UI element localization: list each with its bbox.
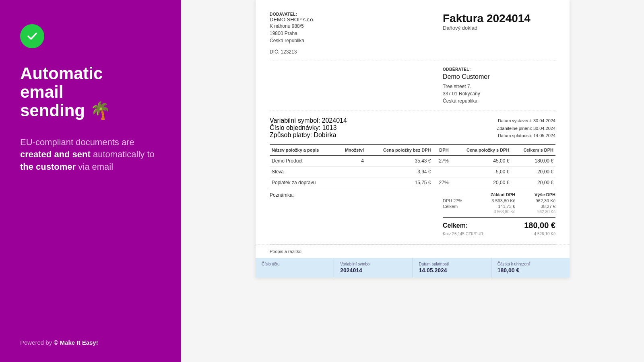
totals-celkem-row: Celkem 141,73 € 38,27 € xyxy=(443,204,555,209)
dph-label: DPH 27% xyxy=(443,198,475,203)
totals-block: Základ DPH Výše DPH DPH 27% 3 563,80 Kč … xyxy=(443,188,555,236)
table-body: Demo Product 4 35,43 € 27% 45,00 € 180,0… xyxy=(270,156,555,188)
kurz-value: 4 526,10 Kč xyxy=(534,232,555,236)
title-line1: Automatic xyxy=(20,64,103,83)
powered-by-brand: © Make It Easy! xyxy=(54,339,98,346)
table-row: Sleva -3,94 € -5,00 € -20,00 € xyxy=(270,167,555,177)
supplier-label: DODAVATEL: xyxy=(270,12,443,16)
col-price-no-vat: Cena položky bez DPH xyxy=(366,145,433,156)
header-zaklad: Základ DPH xyxy=(479,192,515,197)
table-row: Demo Product 4 35,43 € 27% 45,00 € 180,0… xyxy=(270,156,555,167)
recipient-block: ODBĚRATEL: Demo Customer Tree street 7. … xyxy=(443,67,555,105)
zpusob-platby-text: Způsob platby: Dobírka xyxy=(270,132,347,139)
footer-cislo-uctu-label: Číslo účtu xyxy=(262,262,328,266)
zdanitelne-plneni: Zdanitelné plnění: 30.04.2024 xyxy=(443,125,555,132)
signature-section: Podpis a razítko: xyxy=(256,245,570,258)
right-panel: DODAVATEL: DEMO SHOP s.r.o. K náhonu 988… xyxy=(181,0,644,362)
celkem-total-label: Celkem: xyxy=(443,222,468,229)
datum-splatnosti-invoice: Datum splatnosti: 14.05.2024 xyxy=(443,132,555,140)
powered-by: Powered by © Make It Easy! xyxy=(20,339,98,346)
col-name: Název položky a popis xyxy=(270,145,336,156)
footer-castka-value: 180,00 € xyxy=(497,267,564,274)
celkem-czk-zaklad: 3 563,80 Kč xyxy=(479,210,515,214)
totals-czk-row: 3 563,80 Kč 962,30 Kč xyxy=(443,210,555,214)
dates-block: Datum vystavení: 30.04.2024 Zdanitelné p… xyxy=(443,117,555,140)
col-vat: DPH xyxy=(433,145,451,156)
description-text: EU-compliant documents are created and s… xyxy=(20,136,161,173)
podpis-label: Podpis a razítko: xyxy=(270,249,303,254)
supplier-address2: 19800 Praha xyxy=(270,30,443,37)
totals-dph-row: DPH 27% 3 563,80 Kč 962,30 Kč xyxy=(443,198,555,203)
title-line2: email xyxy=(20,82,63,101)
check-icon xyxy=(26,30,38,42)
left-panel: Automatic email sending 🌴 EU-compliant d… xyxy=(0,0,181,362)
datum-vystaveni: Datum vystavení: 30.04.2024 xyxy=(443,117,555,125)
invoice-title-block: Faktura 2024014 Daňový doklad xyxy=(443,12,555,31)
poznamka-label: Poznámka: xyxy=(270,192,443,198)
separator1 xyxy=(270,61,555,61)
title-line3: sending xyxy=(20,101,85,120)
supplier-dic: DIČ: 123213 xyxy=(270,49,443,55)
footer-castka-label: Částka k uhrazení xyxy=(497,262,564,266)
celkem-czk-vyse: 962,30 Kč xyxy=(519,210,555,214)
celkem-sub-label: Celkem xyxy=(443,204,475,209)
supplier-name: DEMO SHOP s.r.o. xyxy=(270,16,443,23)
table-row: Poplatek za dopravu 15,75 € 27% 20,00 € … xyxy=(270,177,555,188)
footer-variabilni: Variabilní symbol 2024014 xyxy=(334,258,413,278)
footer-cislo-uctu: Číslo účtu xyxy=(256,258,334,278)
celkem-vyse: 38,27 € xyxy=(519,204,555,209)
main-title: Automatic email sending 🌴 xyxy=(20,64,161,120)
doc-type: Daňový doklad xyxy=(443,25,555,31)
recipient-name: Demo Customer xyxy=(443,73,555,80)
invoice-body: DODAVATEL: DEMO SHOP s.r.o. K náhonu 988… xyxy=(256,0,570,244)
supplier-address3: Česká republika xyxy=(270,37,443,44)
footer-splatnost: Datum splatnosti 14.05.2024 xyxy=(413,258,491,278)
supplier-address1: K náhonu 988/5 xyxy=(270,23,443,30)
invoice: DODAVATEL: DEMO SHOP s.r.o. K náhonu 988… xyxy=(256,0,570,278)
recipient-label: ODBĚRATEL: xyxy=(443,67,555,72)
kurz-row: Kurz 25,145 CZK/EUR: 4 526,10 Kč xyxy=(443,232,555,236)
footer-splatnost-label: Datum splatnosti xyxy=(419,262,485,266)
footer-variabilni-value: 2024014 xyxy=(340,267,406,274)
check-icon-circle xyxy=(20,24,44,48)
col-total: Celkem s DPH xyxy=(511,145,555,156)
col-price-vat: Cena položky s DPH xyxy=(451,145,512,156)
variabilni-symbol-text: Variabilní symbol: 2024014 xyxy=(270,117,347,124)
dph-vyse: 962,30 Kč xyxy=(519,198,555,203)
order-details-block: Variabilní symbol: 2024014 Číslo objedná… xyxy=(270,117,347,139)
recipient-address1: Tree street 7. xyxy=(443,83,555,90)
invoice-header-row: DODAVATEL: DEMO SHOP s.r.o. K náhonu 988… xyxy=(270,12,555,55)
recipient-address3: Česká republika xyxy=(443,97,555,105)
invoice-bottom: Poznámka: Základ DPH Výše DPH DPH 27% 3 … xyxy=(270,188,555,244)
invoice-title: Faktura 2024014 xyxy=(443,12,555,25)
celkem-zaklad: 141,73 € xyxy=(479,204,515,209)
totals-header: Základ DPH Výše DPH xyxy=(443,192,555,197)
recipient-address2: 337 01 Rokycany xyxy=(443,90,555,97)
cislo-objednavky-text: Číslo objednávky: 1013 xyxy=(270,124,347,132)
footer-variabilni-label: Variabilní symbol xyxy=(340,262,406,266)
table-header-row: Název položky a popis Množství Cena polo… xyxy=(270,145,555,156)
celkem-total-value: 180,00 € xyxy=(524,221,555,230)
poznamka-block: Poznámka: xyxy=(270,188,443,236)
kurz-label: Kurz 25,145 CZK/EUR: xyxy=(443,232,484,236)
supplier-block: DODAVATEL: DEMO SHOP s.r.o. K náhonu 988… xyxy=(270,12,443,55)
invoice-table: Název položky a popis Množství Cena polo… xyxy=(270,144,555,188)
header-vyse: Výše DPH xyxy=(519,192,555,197)
celkem-total-row: Celkem: 180,00 € xyxy=(443,217,555,230)
powered-by-prefix: Powered by xyxy=(20,339,54,346)
palm-emoji: 🌴 xyxy=(90,101,111,120)
invoice-footer: Číslo účtu Variabilní symbol 2024014 Dat… xyxy=(256,258,570,278)
separator2 xyxy=(270,111,555,111)
footer-castka: Částka k uhrazení 180,00 € xyxy=(491,258,570,278)
dph-zaklad: 3 563,80 Kč xyxy=(479,198,515,203)
col-qty: Množství xyxy=(336,145,366,156)
footer-splatnost-value: 14.05.2024 xyxy=(419,267,485,274)
